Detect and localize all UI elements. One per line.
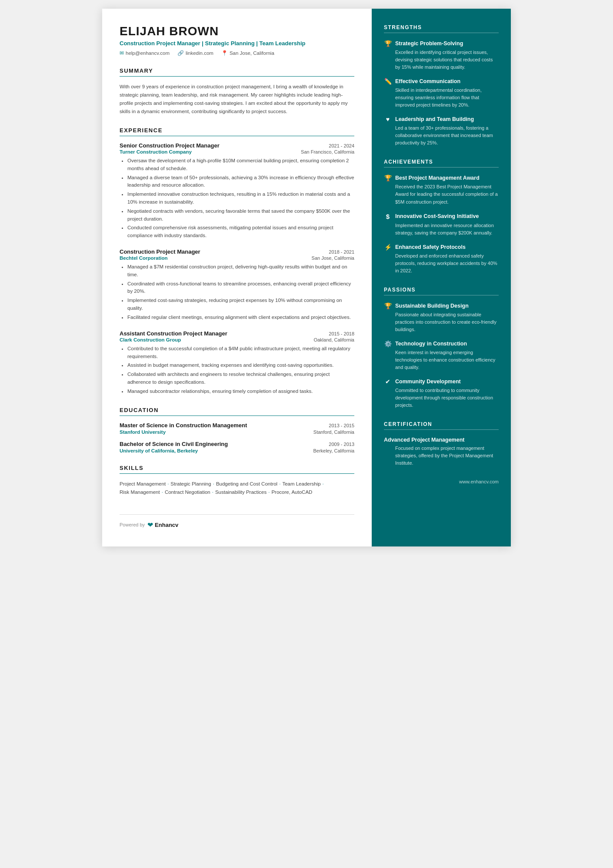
exp-dates-0: 2021 - 2024 [329,143,354,148]
passion-0-desc: Passionate about integrating sustainable… [384,311,499,333]
strength-2: ♥ Leadership and Team Building Led a tea… [384,116,499,147]
candidate-name: ELIJAH BROWN [120,24,354,38]
bullet: Contributed to the successful completion… [127,345,354,361]
email-icon: ✉ [120,50,124,56]
strength-1-desc: Skilled in interdepartmental coordinatio… [384,87,499,109]
bullet: Negotiated contracts with vendors, secur… [127,208,354,223]
passion-2-header: ✔ Community Development [384,378,499,385]
achievement-0-desc: Received the 2023 Best Project Managemen… [384,183,499,205]
experience-section: EXPERIENCE Senior Construction Project M… [120,127,354,395]
summary-title: SUMMARY [120,67,354,77]
heart-icon: ❤ [147,521,153,529]
edu-location-0: Stanford, California [313,429,354,435]
achievement-0-header: 🏆 Best Project Management Award [384,174,499,181]
bullet: Collaborated with architects and enginee… [127,371,354,386]
strengths-section: STRENGTHS 🏆 Strategic Problem-Solving Ex… [384,24,499,147]
exp-dates-1: 2018 - 2021 [329,249,354,255]
exp-company-row-1: Bechtel Corporation San Jose, California [120,255,354,261]
achievements-title: ACHIEVEMENTS [384,159,499,168]
right-column: STRENGTHS 🏆 Strategic Problem-Solving Ex… [372,9,511,546]
passion-1: ⚙️ Technology in Construction Keen inter… [384,340,499,371]
dot: · [268,489,270,495]
skills-title: SKILLS [120,465,354,474]
dot: · [213,481,214,486]
edu-entry-1: Bachelor of Science in Civil Engineering… [120,441,354,453]
exp-title-1: Construction Project Manager [120,248,200,255]
passion-2-desc: Committed to contributing to community d… [384,387,499,409]
skills-list: Project Management·Strategic Planning·Bu… [120,480,354,497]
dot: · [167,481,169,486]
summary-section: SUMMARY With over 9 years of experience … [120,67,354,116]
exp-bullets-1: Managed a $7M residential construction p… [120,263,354,322]
exp-company-2: Clark Construction Group [120,337,181,342]
cert-0-desc: Focused on complex project management st… [384,445,499,467]
strength-1-header: ✏️ Effective Communication [384,78,499,85]
cert-0: Advanced Project Management Focused on c… [384,437,499,467]
lightning-icon: ⚡ [384,244,392,251]
bullet: Managed a diverse team of 50+ profession… [127,174,354,190]
contact-info: ✉ help@enhancv.com 🔗 linkedin.com 📍 San … [120,50,354,56]
achievement-0-title: Best Project Management Award [395,175,480,181]
gear-icon: ⚙️ [384,340,392,347]
header-subtitle: Construction Project Manager | Strategic… [120,40,354,47]
strength-2-title: Leadership and Team Building [395,116,474,122]
skill-5: Contract Negotiation [165,489,210,495]
left-footer: Powered by ❤ Enhancv [120,514,354,529]
edu-dates-1: 2009 - 2013 [329,442,354,447]
exp-company-0: Turner Construction Company [120,149,192,154]
location-value: San Jose, California [230,50,274,56]
edu-header-1: Bachelor of Science in Civil Engineering… [120,441,354,447]
certification-section: CERTIFICATION Advanced Project Managemen… [384,421,499,467]
achievement-1-title: Innovative Cost-Saving Initiative [395,213,479,219]
trophy3-icon: 🏆 [384,302,392,309]
passion-0-title: Sustainable Building Design [395,303,469,309]
bullet: Oversaw the development of a high-profil… [127,157,354,173]
cert-0-header: Advanced Project Management [384,437,499,443]
skill-2: Budgeting and Cost Control [216,481,277,486]
passions-section: PASSIONS 🏆 Sustainable Building Design P… [384,287,499,409]
strength-1: ✏️ Effective Communication Skilled in in… [384,78,499,109]
linkedin-contact: 🔗 linkedin.com [177,50,213,56]
linkedin-value: linkedin.com [186,50,213,56]
passion-1-desc: Keen interest in leveraging emerging tec… [384,349,499,371]
edu-dates-0: 2013 - 2015 [329,423,354,428]
passion-2-title: Community Development [395,379,461,385]
edu-entry-0: Master of Science in Construction Manage… [120,422,354,435]
location-contact: 📍 San Jose, California [221,50,274,56]
education-title: EDUCATION [120,407,354,416]
exp-header-0: Senior Construction Project Manager 2021… [120,142,354,149]
achievement-2: ⚡ Enhanced Safety Protocols Developed an… [384,244,499,275]
bullet: Conducted comprehensive risk assessments… [127,224,354,240]
dot: · [323,481,324,486]
strength-0-title: Strategic Problem-Solving [395,40,463,47]
edu-degree-0: Master of Science in Construction Manage… [120,422,247,429]
exp-title-2: Assistant Construction Project Manager [120,330,227,337]
education-section: EDUCATION Master of Science in Construct… [120,407,354,453]
email-contact: ✉ help@enhancv.com [120,50,170,56]
edu-school-row-1: University of California, Berkeley Berke… [120,448,354,453]
passion-1-header: ⚙️ Technology in Construction [384,340,499,347]
strength-2-header: ♥ Leadership and Team Building [384,116,499,123]
bullet: Assisted in budget management, tracking … [127,362,354,369]
enhancv-logo: ❤ Enhancv [147,521,178,529]
achievement-1: $ Innovative Cost-Saving Initiative Impl… [384,213,499,237]
certification-title: CERTIFICATION [384,421,499,430]
dot: · [279,481,280,486]
trophy-icon: 🏆 [384,40,392,47]
left-column: ELIJAH BROWN Construction Project Manage… [102,9,372,546]
achievements-section: ACHIEVEMENTS 🏆 Best Project Management A… [384,159,499,274]
powered-by-label: Powered by [120,522,145,527]
exp-title-0: Senior Construction Project Manager [120,142,220,149]
strength-0-desc: Excelled in identifying critical project… [384,49,499,71]
edu-school-row-0: Stanford University Stanford, California [120,429,354,435]
bullet: Managed subcontractor relationships, ens… [127,388,354,395]
achievement-2-title: Enhanced Safety Protocols [395,244,466,250]
exp-location-0: San Francisco, California [301,149,354,154]
passion-2: ✔ Community Development Committed to con… [384,378,499,409]
heart-icon: ♥ [384,116,392,123]
achievement-1-header: $ Innovative Cost-Saving Initiative [384,213,499,220]
bullet: Implemented cost-saving strategies, redu… [127,297,354,312]
resume-container: ELIJAH BROWN Construction Project Manage… [102,9,511,546]
skill-7: Procore, AutoCAD [271,489,312,495]
right-footer: www.enhancv.com [384,479,499,484]
